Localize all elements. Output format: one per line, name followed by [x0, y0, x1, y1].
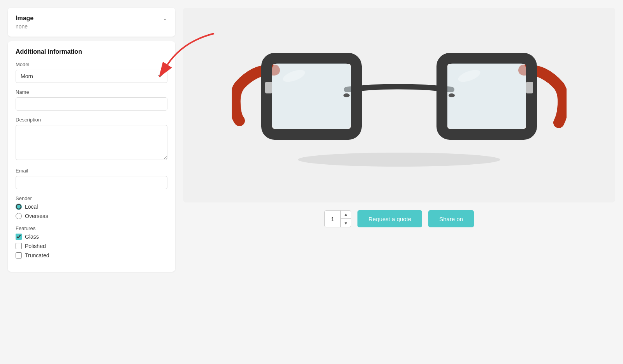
- email-field-group: Email: [16, 168, 167, 189]
- sender-local-label: Local: [25, 204, 38, 210]
- left-panel: Image ⌄ none Additional information Mode…: [8, 8, 175, 356]
- image-card-title: Image: [16, 15, 33, 22]
- feature-truncated-label: Truncated: [25, 252, 49, 258]
- svg-rect-8: [526, 82, 533, 93]
- name-input[interactable]: [16, 97, 167, 111]
- feature-glass-label: Glass: [25, 234, 39, 240]
- description-label: Description: [16, 117, 167, 123]
- feature-polished-option[interactable]: Polished: [16, 243, 167, 249]
- svg-rect-7: [265, 82, 272, 93]
- image-card-value: none: [16, 23, 167, 30]
- sender-field-group: Sender Local Overseas: [16, 195, 167, 219]
- sender-overseas-radio[interactable]: [16, 213, 22, 219]
- svg-point-5: [343, 93, 350, 97]
- sender-local-option[interactable]: Local: [16, 204, 167, 210]
- features-checkbox-group: Glass Polished Truncated: [16, 234, 167, 258]
- quantity-buttons: ▲ ▼: [340, 210, 351, 227]
- share-on-button[interactable]: Share on: [428, 210, 474, 227]
- model-select[interactable]: Morn Classic Sport Retro: [16, 70, 167, 83]
- product-image-glasses: [232, 8, 567, 202]
- description-field-group: Description: [16, 117, 167, 162]
- sender-overseas-option[interactable]: Overseas: [16, 213, 167, 219]
- feature-truncated-option[interactable]: Truncated: [16, 252, 167, 258]
- quantity-up-button[interactable]: ▲: [341, 210, 351, 219]
- name-label: Name: [16, 89, 167, 95]
- email-label: Email: [16, 168, 167, 174]
- image-card: Image ⌄ none: [8, 8, 175, 37]
- sender-overseas-label: Overseas: [25, 213, 48, 219]
- model-label: Model: [16, 62, 167, 67]
- quantity-value: 1: [325, 216, 340, 222]
- right-panel: 1 ▲ ▼ Request a quote Share on: [183, 8, 615, 356]
- sender-local-radio[interactable]: [16, 204, 22, 210]
- request-quote-button[interactable]: Request a quote: [357, 210, 422, 227]
- chevron-down-icon[interactable]: ⌄: [163, 15, 167, 21]
- feature-glass-checkbox[interactable]: [16, 234, 22, 240]
- name-field-group: Name: [16, 89, 167, 111]
- svg-point-6: [449, 93, 455, 97]
- feature-truncated-checkbox[interactable]: [16, 252, 22, 258]
- svg-point-11: [298, 153, 500, 167]
- model-field-group: Model Morn Classic Sport Retro: [16, 62, 167, 83]
- quantity-down-button[interactable]: ▼: [341, 219, 351, 227]
- feature-polished-label: Polished: [25, 243, 46, 249]
- svg-rect-4: [447, 63, 526, 129]
- svg-rect-2: [272, 63, 351, 129]
- features-field-group: Features Glass Polished Truncated: [16, 225, 167, 258]
- feature-polished-checkbox[interactable]: [16, 243, 22, 249]
- sender-label: Sender: [16, 195, 167, 201]
- action-bar: 1 ▲ ▼ Request a quote Share on: [183, 210, 615, 227]
- sender-radio-group: Local Overseas: [16, 204, 167, 219]
- description-input[interactable]: [16, 125, 167, 160]
- additional-info-title: Additional information: [16, 48, 167, 55]
- additional-info-card: Additional information Model Morn Classi…: [8, 41, 175, 272]
- feature-glass-option[interactable]: Glass: [16, 234, 167, 240]
- features-label: Features: [16, 225, 167, 231]
- quantity-control: 1 ▲ ▼: [324, 210, 351, 227]
- email-input[interactable]: [16, 176, 167, 189]
- product-image-container: [183, 8, 615, 202]
